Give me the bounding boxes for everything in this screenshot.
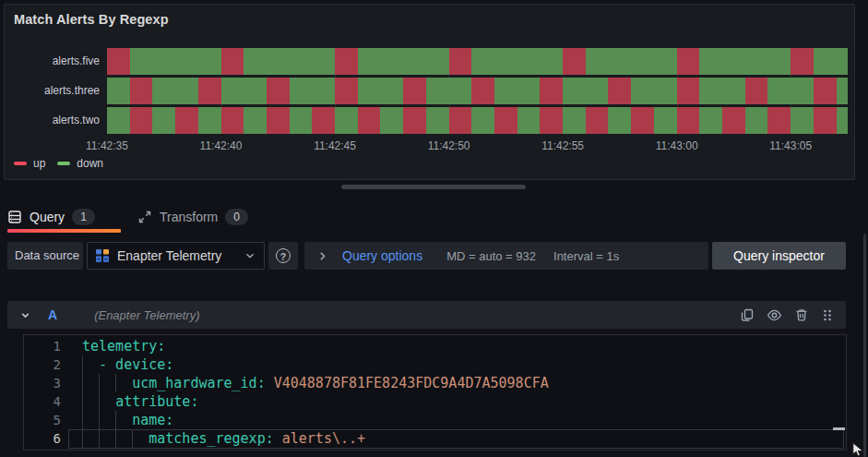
state-cell-up bbox=[449, 107, 472, 134]
state-cell-down bbox=[494, 78, 517, 104]
state-cell-down bbox=[426, 48, 449, 75]
code-line: 4 attribute: bbox=[24, 392, 846, 411]
axis-tick-label: 11:42:50 bbox=[428, 139, 470, 152]
token-key: telemetry: bbox=[82, 338, 165, 355]
state-cell-down bbox=[586, 48, 609, 75]
state-cell-down bbox=[380, 107, 403, 134]
state-cell-up bbox=[631, 107, 654, 134]
state-cell-up bbox=[722, 107, 745, 134]
code-text: attribute: bbox=[82, 392, 198, 411]
pane-resize-handle[interactable] bbox=[341, 185, 526, 189]
state-cell-up bbox=[335, 48, 358, 75]
state-cell-down bbox=[517, 107, 541, 134]
query-ref-id: A bbox=[48, 307, 57, 322]
legend-item-down[interactable]: down bbox=[57, 157, 103, 170]
chevron-right-icon[interactable] bbox=[316, 250, 328, 262]
tab-query[interactable]: Query 1 bbox=[7, 205, 95, 229]
state-cell-up bbox=[677, 107, 700, 134]
state-cell-up bbox=[814, 78, 837, 104]
state-cell-down bbox=[380, 78, 403, 104]
code-text: - device: bbox=[82, 355, 173, 374]
state-cell-down bbox=[517, 48, 541, 75]
state-cell-down bbox=[244, 48, 267, 75]
duplicate-query-icon[interactable] bbox=[740, 307, 755, 322]
tab-query-count-badge: 1 bbox=[72, 209, 95, 225]
state-cell-down bbox=[290, 48, 313, 75]
collapse-chevron-icon[interactable] bbox=[19, 309, 31, 321]
state-cell-down bbox=[198, 48, 221, 75]
state-cell-down bbox=[107, 107, 130, 134]
state-cell-down bbox=[152, 78, 175, 104]
editor-overview-cursor-marker bbox=[833, 427, 845, 430]
axis-tick-label: 11:42:55 bbox=[541, 139, 584, 152]
state-cell-up bbox=[312, 107, 335, 134]
state-cell-down bbox=[608, 107, 631, 134]
code-text: matches_regexp: alerts\..+ bbox=[82, 429, 365, 448]
transform-icon bbox=[137, 210, 152, 224]
line-number: 6 bbox=[24, 429, 61, 448]
drag-handle-grip-icon[interactable] bbox=[821, 308, 834, 322]
datasource-help-button[interactable]: ? bbox=[268, 242, 298, 270]
timeline-row-alerts.two bbox=[107, 107, 848, 134]
state-cell-down bbox=[837, 78, 848, 104]
state-cell-down bbox=[312, 48, 335, 75]
code-line: 1telemetry: bbox=[24, 337, 846, 355]
state-cell-up bbox=[130, 107, 153, 134]
line-number: 4 bbox=[24, 392, 61, 411]
state-cell-down bbox=[358, 48, 381, 75]
tab-transform[interactable]: Transform 0 bbox=[137, 205, 248, 229]
state-cell-down bbox=[221, 78, 244, 104]
state-cell-up bbox=[221, 107, 244, 134]
query-inspector-button[interactable]: Query inspector bbox=[712, 242, 846, 270]
state-cell-up bbox=[540, 107, 563, 134]
database-icon bbox=[7, 210, 22, 224]
state-cell-up bbox=[814, 107, 837, 134]
mouse-cursor bbox=[851, 442, 865, 457]
legend-item-up[interactable]: up bbox=[14, 157, 45, 170]
state-cell-up bbox=[586, 107, 609, 134]
token-key: name: bbox=[132, 412, 173, 428]
code-text: name: bbox=[82, 411, 173, 429]
state-cell-down bbox=[471, 48, 494, 75]
query-code-editor[interactable]: 1telemetry:2 - device:3 ucm_hardware_id:… bbox=[23, 334, 847, 451]
legend-swatch-down bbox=[57, 162, 70, 165]
state-cell-down bbox=[586, 78, 609, 104]
state-cell-up bbox=[267, 78, 290, 104]
state-cell-up bbox=[677, 78, 700, 104]
state-cell-up bbox=[449, 48, 472, 75]
state-cell-down bbox=[517, 78, 541, 104]
state-cell-down bbox=[631, 48, 654, 75]
state-cell-down bbox=[426, 107, 449, 134]
state-cell-down bbox=[699, 78, 722, 104]
state-cell-down bbox=[654, 107, 677, 134]
tab-query-label: Query bbox=[30, 210, 65, 224]
state-cell-up bbox=[198, 78, 221, 104]
axis-tick-label: 11:42:40 bbox=[200, 139, 243, 152]
remove-query-trash-icon[interactable] bbox=[794, 307, 809, 322]
state-cell-up bbox=[221, 48, 244, 75]
timeline-row-alerts.three bbox=[107, 78, 848, 104]
legend-swatch-up bbox=[14, 162, 27, 165]
state-cell-down bbox=[471, 107, 494, 134]
datasource-label: Data source bbox=[7, 242, 83, 270]
datasource-picker[interactable]: Enapter Telemetry bbox=[87, 242, 265, 270]
query-options-toggle[interactable]: Query options bbox=[342, 248, 422, 263]
timeline-plot-area: 11:42:3511:42:4011:42:4511:42:5011:42:55… bbox=[107, 48, 848, 163]
timeline-row-label: alerts.five bbox=[5, 48, 100, 75]
code-text: ucm_hardware_id: V4048878F81FE8243FDC9A4… bbox=[82, 374, 549, 392]
query-row-header[interactable]: A (Enapter Telemetry) bbox=[7, 301, 846, 329]
state-cell-down bbox=[837, 107, 848, 134]
state-cell-down bbox=[563, 107, 586, 134]
state-cell-up bbox=[267, 107, 290, 134]
line-number: 1 bbox=[24, 337, 61, 355]
timeline-row-alerts.five bbox=[107, 48, 848, 75]
token-key: matches_regexp: bbox=[149, 430, 273, 447]
line-number: 5 bbox=[24, 411, 61, 429]
hide-response-eye-icon[interactable] bbox=[767, 307, 782, 323]
state-cell-down bbox=[312, 78, 335, 104]
state-cell-down bbox=[837, 48, 848, 75]
state-cell-up bbox=[745, 78, 768, 104]
page-scrollbar[interactable] bbox=[863, 234, 866, 457]
axis-tick-label: 11:42:35 bbox=[86, 139, 128, 152]
state-cell-down bbox=[175, 48, 198, 75]
